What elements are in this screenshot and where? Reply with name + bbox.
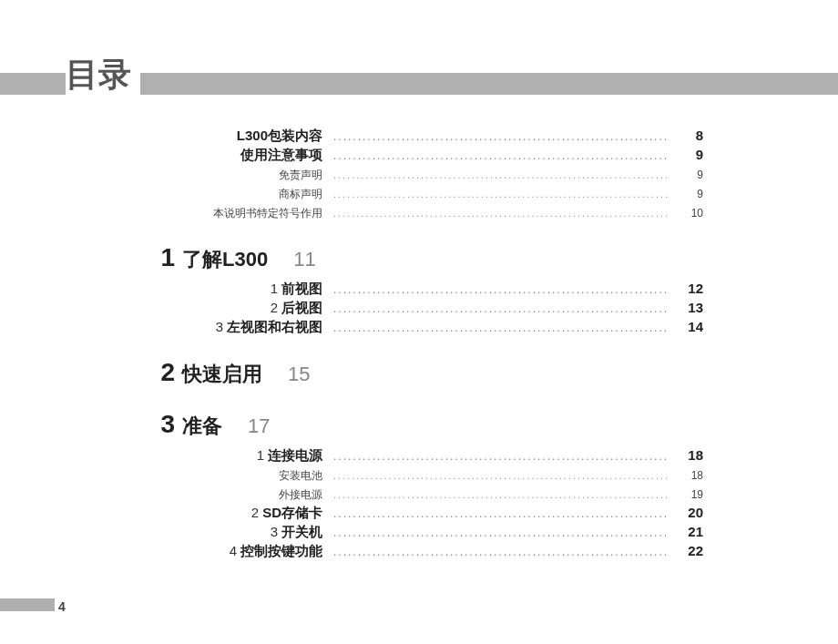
toc-chapters: 1了解L300111前视图122后视图133左视图和右视图142快速启用153准… [0, 243, 838, 560]
toc-row-left: 外接电源 [0, 486, 328, 503]
toc-item-label: 使用注意事项 [240, 147, 322, 162]
toc-row: 1连接电源18 [0, 447, 838, 465]
toc-leader-dots [328, 470, 667, 481]
toc-leader-dots [328, 283, 667, 296]
toc-row-left: 2SD存储卡 [0, 505, 328, 522]
toc-item-page: 22 [667, 543, 703, 558]
toc-leader-dots [328, 189, 667, 199]
toc-preface: L300包装内容8使用注意事项9免责声明9商标声明9本说明书特定符号作用10 [0, 128, 838, 221]
toc-leader-dots [328, 130, 667, 143]
toc-row-left: 2后视图 [0, 300, 328, 317]
toc-item-label: 连接电源 [268, 447, 322, 463]
chapter-page: 15 [288, 363, 310, 386]
toc-item-label: 安装电池 [279, 469, 322, 482]
chapter-number: 3 [0, 410, 182, 439]
toc-chapter-row: 3准备17 [0, 410, 838, 440]
toc-leader-dots [328, 507, 667, 520]
toc-row-left: 使用注意事项 [0, 147, 328, 164]
toc-leader-dots [328, 149, 667, 162]
toc-item-label: 商标声明 [279, 188, 322, 200]
chapter-page: 17 [248, 414, 270, 438]
toc-item-page: 18 [667, 447, 703, 463]
toc-item-page: 21 [667, 524, 703, 539]
toc-item-page: 12 [667, 281, 703, 296]
footer-page-number: 4 [58, 599, 66, 614]
toc-item-label: 外接电源 [279, 488, 322, 501]
toc-leader-dots [328, 489, 667, 500]
toc-row-left: 商标声明 [0, 185, 328, 202]
toc-item-page: 9 [667, 188, 703, 200]
toc-leader-dots [328, 302, 667, 315]
toc-item-page: 10 [667, 207, 703, 220]
chapter-number: 1 [0, 243, 182, 272]
toc-row-left: 3左视图和右视图 [0, 319, 328, 336]
toc-row: 4控制按键功能22 [0, 543, 838, 560]
toc-item-index: 1 [271, 281, 278, 296]
toc-item-label: 本说明书特定符号作用 [213, 207, 322, 220]
toc-row: 3开关机21 [0, 524, 838, 541]
toc-row: 商标声明9 [0, 185, 838, 202]
toc-row: 2SD存储卡20 [0, 505, 838, 522]
toc-leader-dots [328, 169, 667, 180]
toc-item-page: 18 [667, 469, 703, 482]
toc-row: 1前视图12 [0, 281, 838, 298]
toc-item-label: 开关机 [281, 524, 322, 539]
chapter-title: 快速启用 [182, 361, 262, 388]
toc-item-index: 3 [216, 319, 223, 334]
footer-bar [0, 598, 55, 611]
toc-row-left: 1前视图 [0, 281, 328, 298]
toc-leader-dots [328, 208, 667, 219]
page-title: 目录 [66, 53, 140, 97]
toc-leader-dots [328, 546, 667, 558]
toc-chapter-row: 2快速启用15 [0, 358, 838, 388]
toc-item-label: 前视图 [281, 281, 322, 296]
toc-item-label: 控制按键功能 [240, 543, 322, 558]
chapter-page: 11 [293, 248, 315, 271]
toc-row: 本说明书特定符号作用10 [0, 204, 838, 221]
toc-row: 3左视图和右视图14 [0, 319, 838, 336]
toc-row-left: 1连接电源 [0, 447, 328, 465]
toc-row: 安装电池18 [0, 466, 838, 484]
chapter-title: 准备 [182, 413, 222, 440]
chapter-title: 了解L300 [182, 246, 268, 273]
toc-item-page: 19 [667, 488, 703, 501]
toc-row: L300包装内容8 [0, 128, 838, 145]
toc-item-page: 20 [667, 505, 703, 520]
toc-row-left: 安装电池 [0, 466, 328, 484]
toc-row: 使用注意事项9 [0, 147, 838, 164]
toc-item-index: 2 [251, 505, 259, 520]
toc-item-page: 9 [667, 169, 703, 181]
toc-row-left: 免责声明 [0, 166, 328, 183]
toc-leader-dots [328, 322, 667, 334]
toc-leader-dots [328, 450, 667, 463]
toc-row: 2后视图13 [0, 300, 838, 317]
toc-item-page: 14 [667, 319, 703, 334]
toc-item-index: 4 [230, 543, 237, 558]
toc-item-page: 9 [667, 147, 703, 162]
toc-row-left: L300包装内容 [0, 128, 328, 145]
toc-item-label: 左视图和右视图 [227, 319, 322, 334]
toc-item-index: 1 [257, 447, 264, 463]
toc-row-left: 3开关机 [0, 524, 328, 541]
toc-row: 外接电源19 [0, 486, 838, 503]
chapter-number: 2 [0, 358, 182, 387]
toc-content: L300包装内容8使用注意事项9免责声明9商标声明9本说明书特定符号作用10 1… [0, 126, 838, 562]
toc-chapter-row: 1了解L30011 [0, 243, 838, 273]
toc-row-left: 本说明书特定符号作用 [0, 204, 328, 221]
toc-item-label: SD存储卡 [262, 505, 322, 520]
toc-item-page: 8 [667, 128, 703, 143]
toc-item-index: 2 [271, 300, 278, 315]
toc-item-label: 免责声明 [279, 169, 322, 181]
toc-row: 免责声明9 [0, 166, 838, 183]
toc-row-left: 4控制按键功能 [0, 543, 328, 560]
toc-item-page: 13 [667, 300, 703, 315]
toc-item-label: 后视图 [281, 300, 322, 315]
toc-item-label: L300包装内容 [237, 128, 322, 143]
toc-leader-dots [328, 526, 667, 539]
toc-item-index: 3 [271, 524, 278, 539]
